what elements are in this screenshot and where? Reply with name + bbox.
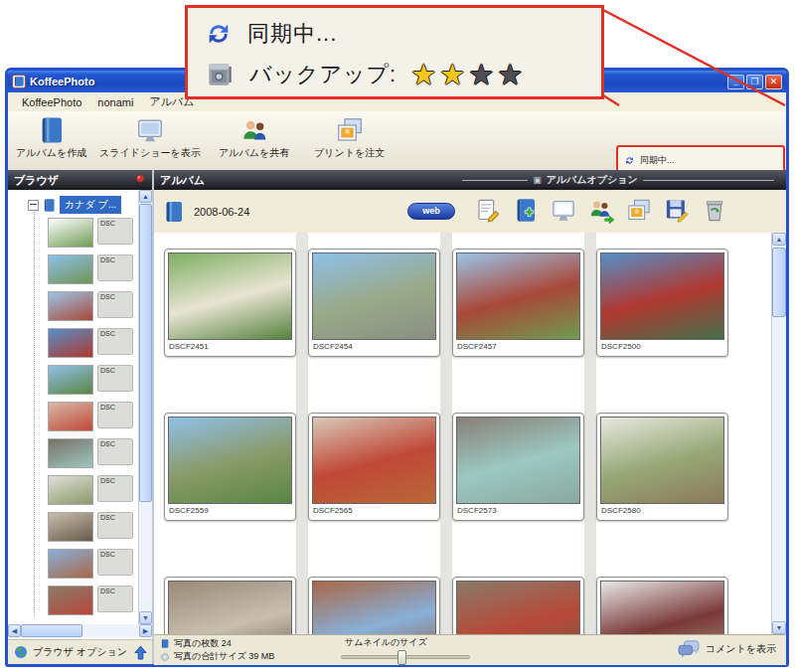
slideshow-monitor-icon xyxy=(135,115,165,145)
tree-photo-thumbnail xyxy=(48,586,93,615)
show-comments-button[interactable]: コメントを表示 xyxy=(677,639,776,659)
sync-status-small-text: 同期中... xyxy=(640,154,675,167)
collapse-expander-icon[interactable] xyxy=(28,200,39,211)
scroll-right-button[interactable]: ▶ xyxy=(139,624,152,637)
order-prints-icon xyxy=(335,115,365,145)
tree-item[interactable]: DSC xyxy=(48,291,133,328)
photo-filename: DSCF2451 xyxy=(168,340,292,356)
tree-item[interactable]: DSC xyxy=(48,549,133,586)
tree-photo-thumbnail xyxy=(48,438,93,468)
tree-root-item[interactable]: カナダ ブ... xyxy=(28,196,121,214)
minimize-button[interactable]: _ xyxy=(727,75,744,89)
tree-item[interactable]: DSC xyxy=(48,254,133,291)
photo-card[interactable]: DSCF2454 xyxy=(308,249,440,357)
maximize-button[interactable]: ❐ xyxy=(746,75,763,89)
photo-thumbnail xyxy=(168,252,292,340)
tree-item-label: DSC xyxy=(97,549,133,576)
annotation-callout: 同期中... バックアップ: ★★★★ xyxy=(185,5,604,99)
slider-thumb[interactable] xyxy=(398,650,406,665)
photo-card[interactable]: DSCF2500 xyxy=(596,249,728,357)
trash-icon[interactable] xyxy=(701,197,728,224)
share-album-button[interactable]: アルバムを共有 xyxy=(219,115,289,160)
album-status-bar: 写真の枚数 24 写真の合計サイズ 39 MB サムネイルのサイズ xyxy=(154,634,786,665)
scroll-up-button[interactable]: ▲ xyxy=(139,190,152,203)
tree-photo-thumbnail xyxy=(48,365,93,395)
tree-item[interactable]: DSC xyxy=(48,586,133,622)
tree-vertical-scrollbar[interactable]: ▲ ▼ xyxy=(138,190,152,624)
screenshot-canvas: { "annotation": { "border_color": "#e030… xyxy=(0,0,795,672)
tree-item-label: DSC xyxy=(97,438,133,465)
photo-filename: DSCF2559 xyxy=(168,504,292,520)
browser-sidebar: ブラウザ カナダ ブ... xyxy=(8,170,154,664)
backup-label-text: バックアップ: xyxy=(249,60,397,89)
photo-card[interactable]: DSCF2451 xyxy=(164,249,296,357)
photo-card[interactable] xyxy=(308,577,440,634)
scrollbar-thumb[interactable] xyxy=(21,624,82,637)
scrollbar-thumb[interactable] xyxy=(139,204,152,502)
create-album-button[interactable]: アルバムを作成 xyxy=(16,115,86,160)
sync-icon-small xyxy=(624,155,635,166)
show-slideshow-button[interactable]: スライドショーを表示 xyxy=(99,115,201,160)
order-prints-icon[interactable] xyxy=(625,197,653,224)
sync-status-text: 同期中... xyxy=(247,19,337,49)
slideshow-monitor-icon[interactable] xyxy=(550,197,577,224)
album-book-icon xyxy=(37,115,67,145)
tree-item[interactable]: DSC xyxy=(48,365,133,402)
tree-item-label: DSC xyxy=(97,365,133,392)
photo-card[interactable]: DSCF2559 xyxy=(164,413,296,521)
tree-item-label: DSC xyxy=(97,512,133,539)
total-size-label: 写真の合計サイズ 39 MB xyxy=(174,650,274,663)
photo-card[interactable]: DSCF2457 xyxy=(452,249,584,357)
disk-icon xyxy=(160,652,170,662)
menu-item-nonami[interactable]: nonami xyxy=(89,96,141,108)
create-album-label: アルバムを作成 xyxy=(16,146,86,160)
tree-item[interactable]: DSC xyxy=(48,475,133,512)
tree-item[interactable]: DSC xyxy=(48,402,133,438)
browser-panel-header: ブラウザ xyxy=(8,170,152,190)
app-icon xyxy=(12,75,26,88)
tree-photo-thumbnail xyxy=(48,328,93,358)
photo-thumbnail xyxy=(600,252,724,340)
photo-card[interactable]: DSCF2573 xyxy=(452,413,584,521)
web-button[interactable]: web xyxy=(407,203,455,220)
album-options-section[interactable]: ▣ アルバムオプション xyxy=(462,170,774,190)
star-filled-icon: ★ xyxy=(410,59,439,90)
order-prints-button[interactable]: プリントを注文 xyxy=(314,115,385,160)
close-button[interactable]: ✕ xyxy=(765,75,782,89)
album-options-label: アルバムオプション xyxy=(547,173,638,187)
add-album-icon[interactable] xyxy=(512,197,540,224)
tree-item[interactable]: DSC xyxy=(48,438,133,475)
photo-filename: DSCF2457 xyxy=(456,340,580,356)
pin-icon[interactable] xyxy=(134,174,146,186)
photo-card[interactable]: DSCF2565 xyxy=(308,413,440,521)
share-people-icon[interactable] xyxy=(587,197,615,224)
edit-note-icon[interactable] xyxy=(474,197,502,224)
photo-card[interactable] xyxy=(452,577,584,634)
thumbnail-size-slider[interactable] xyxy=(341,655,470,659)
save-edit-icon[interactable] xyxy=(663,197,691,224)
browser-options-bar: ブラウザ オプション xyxy=(8,639,152,664)
tree-horizontal-scrollbar[interactable]: ◀ ▶ xyxy=(8,624,152,637)
browser-options-label[interactable]: ブラウザ オプション xyxy=(33,645,130,659)
star-empty-icon: ★ xyxy=(468,59,497,90)
menu-item-koffeephoto[interactable]: KoffeePhoto xyxy=(14,96,89,108)
scroll-down-button[interactable]: ▼ xyxy=(139,611,152,624)
photo-card[interactable]: DSCF2580 xyxy=(596,413,728,521)
photo-thumbnail xyxy=(312,581,436,634)
tree-item[interactable]: DSC xyxy=(48,328,133,365)
tree-item-label: DSC xyxy=(97,586,133,612)
main-toolbar: アルバムを作成 スライドショーを表示 アルバムを共有 xyxy=(8,111,786,171)
photo-thumbnail xyxy=(168,581,292,634)
star-filled-icon: ★ xyxy=(439,59,468,90)
options-icon: ▣ xyxy=(533,175,542,185)
photo-thumbnail xyxy=(456,417,580,504)
photo-card[interactable] xyxy=(596,577,728,634)
photo-thumbnail xyxy=(168,417,292,504)
tree-item[interactable]: DSC xyxy=(48,218,133,254)
tree-item-label: DSC xyxy=(97,328,133,355)
scroll-left-button[interactable]: ◀ xyxy=(8,624,21,637)
photo-card[interactable] xyxy=(164,577,296,634)
album-book-icon xyxy=(42,197,57,214)
up-arrow-icon[interactable] xyxy=(134,645,147,660)
tree-item[interactable]: DSC xyxy=(48,512,133,549)
